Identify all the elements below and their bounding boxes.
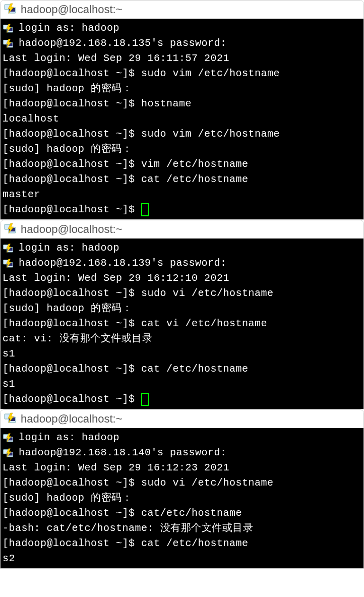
terminal-text: [sudo] hadoop 的密码： [3,301,132,316]
putty-prompt-icon [3,432,15,444]
terminal-text: login as: hadoop [19,21,119,36]
terminal-window: hadoop@localhost:~ login as: hadoop hado… [0,220,364,409]
putty-prompt-icon [3,257,15,269]
terminal-line: login as: hadoop [3,430,361,445]
terminal-body[interactable]: login as: hadoop hadoop@192.168.18.139's… [1,238,363,409]
terminal-line: s1 [3,346,361,362]
terminal-line: [sudo] hadoop 的密码： [3,81,361,96]
terminal-window: hadoop@localhost:~ login as: hadoop hado… [0,409,364,569]
terminal-text: [hadoop@localhost ~]$ sudo vim /etc/host… [3,127,280,142]
window-title: hadoop@localhost:~ [21,3,123,16]
terminal-text: [hadoop@localhost ~]$ cat/etc/hostname [3,506,242,521]
terminal-cursor [141,393,149,406]
terminal-text: localhost [3,111,59,127]
window-title: hadoop@localhost:~ [21,223,123,236]
window-titlebar[interactable]: hadoop@localhost:~ [1,410,363,428]
terminal-text: Last login: Wed Sep 29 16:12:10 2021 [3,271,229,286]
terminal-line: [hadoop@localhost ~]$ cat /etc/hostname [3,362,361,377]
terminal-text: s2 [3,551,15,566]
terminal-text: master [3,187,40,202]
terminal-text: hadoop@192.168.18.139's password: [19,256,227,271]
terminal-line: hadoop@192.168.18.139's password: [3,256,361,271]
terminal-text: [hadoop@localhost ~]$ hostname [3,96,192,111]
terminal-line: Last login: Wed Sep 29 16:12:10 2021 [3,271,361,286]
terminal-text: login as: hadoop [19,430,119,445]
terminal-line: [hadoop@localhost ~]$ [3,202,361,217]
terminal-text: [sudo] hadoop 的密码： [3,491,132,506]
terminal-cursor [141,203,149,216]
terminal-line: hadoop@192.168.18.135's password: [3,36,361,51]
terminal-text: s1 [3,377,15,392]
putty-icon [4,222,18,236]
window-title: hadoop@localhost:~ [21,412,123,426]
terminal-line: [hadoop@localhost ~]$ sudo vi /etc/hostn… [3,475,361,491]
putty-prompt-icon [3,22,15,34]
terminal-window: hadoop@localhost:~ login as: hadoop hado… [0,0,364,220]
terminal-text: Last login: Wed Sep 29 16:12:23 2021 [3,460,229,475]
window-titlebar[interactable]: hadoop@localhost:~ [1,220,363,238]
terminal-line: Last login: Wed Sep 29 16:12:23 2021 [3,460,361,475]
terminal-line: [sudo] hadoop 的密码： [3,301,361,316]
terminal-body[interactable]: login as: hadoop hadoop@192.168.18.135's… [1,19,363,219]
terminal-line: [hadoop@localhost ~]$ [3,392,361,407]
terminal-line: master [3,187,361,202]
window-titlebar[interactable]: hadoop@localhost:~ [1,1,363,19]
putty-icon [4,3,18,17]
terminal-line: [hadoop@localhost ~]$ hostname [3,96,361,111]
terminal-text: [hadoop@localhost ~]$ [3,202,141,217]
putty-prompt-icon [3,242,15,254]
terminal-text: Last login: Wed Sep 29 16:11:57 2021 [3,51,229,66]
terminal-line: [hadoop@localhost ~]$ cat vi /etc/hostna… [3,316,361,331]
terminal-line: [hadoop@localhost ~]$ sudo vim /etc/host… [3,127,361,142]
terminal-text: [hadoop@localhost ~]$ cat /etc/hostname [3,536,249,551]
putty-prompt-icon [3,37,15,49]
terminal-body[interactable]: login as: hadoop hadoop@192.168.18.140's… [1,428,363,568]
terminal-text: [hadoop@localhost ~]$ sudo vi /etc/hostn… [3,475,274,491]
terminal-line: [hadoop@localhost ~]$ cat/etc/hostname [3,506,361,521]
terminal-line: Last login: Wed Sep 29 16:11:57 2021 [3,51,361,66]
terminal-line: login as: hadoop [3,21,361,36]
terminal-text: hadoop@192.168.18.140's password: [19,445,227,460]
terminal-line: hadoop@192.168.18.140's password: [3,445,361,460]
putty-icon [4,412,18,426]
terminal-line: [hadoop@localhost ~]$ cat /etc/hostname [3,536,361,551]
terminal-line: [hadoop@localhost ~]$ sudo vim /etc/host… [3,66,361,81]
terminal-text: cat: vi: 没有那个文件或目录 [3,331,152,346]
terminal-line: s1 [3,377,361,392]
terminal-line: [hadoop@localhost ~]$ cat /etc/hostname [3,172,361,187]
terminal-text: [hadoop@localhost ~]$ cat /etc/hostname [3,362,249,377]
terminal-text: [hadoop@localhost ~]$ sudo vim /etc/host… [3,66,280,81]
terminal-line: -bash: cat/etc/hostname: 没有那个文件或目录 [3,521,361,536]
terminal-text: [sudo] hadoop 的密码： [3,142,132,157]
terminal-text: hadoop@192.168.18.135's password: [19,36,227,51]
terminal-line: [sudo] hadoop 的密码： [3,491,361,506]
putty-prompt-icon [3,447,15,459]
terminal-text: login as: hadoop [19,241,119,256]
terminal-line: [hadoop@localhost ~]$ sudo vi /etc/hostn… [3,286,361,301]
terminal-text: -bash: cat/etc/hostname: 没有那个文件或目录 [3,521,253,536]
terminal-line: cat: vi: 没有那个文件或目录 [3,331,361,346]
terminal-text: [hadoop@localhost ~]$ vim /etc/hostname [3,157,249,172]
terminal-text: [hadoop@localhost ~]$ sudo vi /etc/hostn… [3,286,274,301]
terminal-line: s2 [3,551,361,566]
terminal-text: [hadoop@localhost ~]$ cat /etc/hostname [3,172,249,187]
terminal-text: [hadoop@localhost ~]$ [3,392,141,407]
terminal-line: localhost [3,111,361,127]
terminal-text: [sudo] hadoop 的密码： [3,81,132,96]
terminal-line: login as: hadoop [3,241,361,256]
terminal-line: [hadoop@localhost ~]$ vim /etc/hostname [3,157,361,172]
terminal-text: s1 [3,346,15,362]
terminal-text: [hadoop@localhost ~]$ cat vi /etc/hostna… [3,316,267,331]
terminal-line: [sudo] hadoop 的密码： [3,142,361,157]
